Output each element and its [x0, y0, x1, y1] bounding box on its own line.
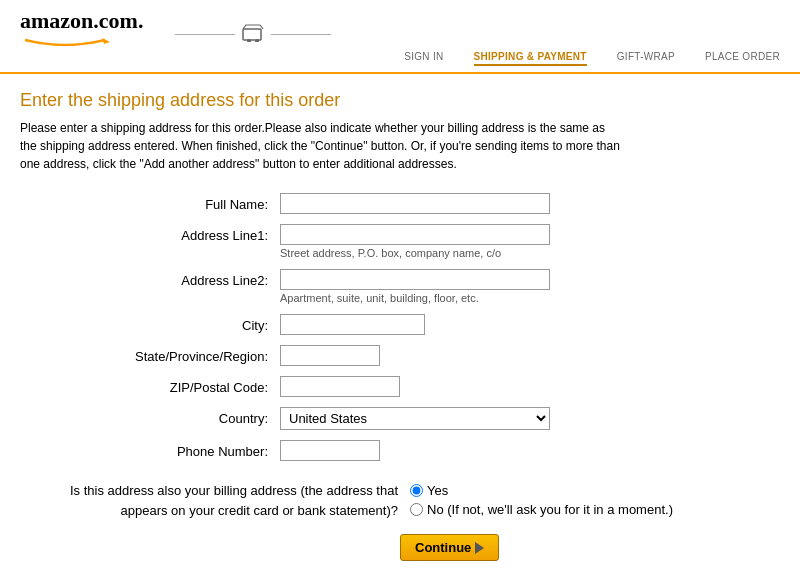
billing-question: Is this address also your billing addres… [40, 481, 410, 520]
logo-smile-icon [20, 38, 110, 46]
zip-field-group [280, 376, 400, 397]
cart-icon [241, 24, 265, 45]
nav-shipping[interactable]: SHIPPING & PAYMENT [474, 51, 587, 66]
phone-label: Phone Number: [60, 440, 280, 459]
city-field-group [280, 314, 425, 335]
address-line1-hint: Street address, P.O. box, company name, … [280, 247, 550, 259]
state-row: State/Province/Region: [60, 345, 780, 366]
country-select[interactable]: United States Canada United Kingdom Aust… [280, 407, 550, 430]
phone-input[interactable] [280, 440, 380, 461]
address-line2-label: Address Line2: [60, 269, 280, 288]
country-field-group: United States Canada United Kingdom Aust… [280, 407, 550, 430]
country-label: Country: [60, 407, 280, 426]
continue-button[interactable]: Continue [400, 534, 499, 561]
phone-row: Phone Number: [60, 440, 780, 461]
shipping-form: Full Name: Address Line1: Street address… [60, 193, 780, 461]
city-input[interactable] [280, 314, 425, 335]
nav-gift-wrap[interactable]: GIFT-WRAP [617, 51, 675, 66]
full-name-row: Full Name: [60, 193, 780, 214]
state-label: State/Province/Region: [60, 345, 280, 364]
billing-section: Is this address also your billing addres… [40, 481, 780, 520]
address-line1-input[interactable] [280, 224, 550, 245]
zip-row: ZIP/Postal Code: [60, 376, 780, 397]
address-line2-field-group: Apartment, suite, unit, building, floor,… [280, 269, 550, 304]
address-line2-input[interactable] [280, 269, 550, 290]
address-line1-label: Address Line1: [60, 224, 280, 243]
address-line2-hint: Apartment, suite, unit, building, floor,… [280, 292, 550, 304]
svg-rect-1 [243, 29, 261, 40]
nav-place-order[interactable]: PLACE ORDER [705, 51, 780, 66]
intro-text: Please enter a shipping address for this… [20, 119, 620, 173]
billing-options: Yes No (If not, we'll ask you for it in … [410, 481, 673, 517]
phone-field-group [280, 440, 380, 461]
billing-no-row: No (If not, we'll ask you for it in a mo… [410, 502, 673, 517]
play-icon [475, 542, 484, 554]
nav-sign-in[interactable]: SIGN IN [404, 51, 443, 66]
state-field-group [280, 345, 380, 366]
zip-input[interactable] [280, 376, 400, 397]
billing-yes-label[interactable]: Yes [427, 483, 448, 498]
amazon-logo: amazon.com. [20, 8, 143, 49]
address-line2-row: Address Line2: Apartment, suite, unit, b… [60, 269, 780, 304]
page-title: Enter the shipping address for this orde… [20, 90, 780, 111]
city-row: City: [60, 314, 780, 335]
continue-area: Continue [400, 534, 780, 561]
billing-no-radio[interactable] [410, 503, 423, 516]
full-name-field-group [280, 193, 550, 214]
step-divider-1 [175, 34, 235, 35]
zip-label: ZIP/Postal Code: [60, 376, 280, 395]
svg-marker-0 [102, 38, 110, 44]
billing-no-label[interactable]: No (If not, we'll ask you for it in a mo… [427, 502, 673, 517]
billing-yes-radio[interactable] [410, 484, 423, 497]
address-line1-row: Address Line1: Street address, P.O. box,… [60, 224, 780, 259]
state-input[interactable] [280, 345, 380, 366]
step-divider-2 [271, 34, 331, 35]
city-label: City: [60, 314, 280, 333]
nav-steps: SIGN IN SHIPPING & PAYMENT GIFT-WRAP PLA… [0, 49, 800, 74]
continue-button-label: Continue [415, 540, 471, 555]
country-row: Country: United States Canada United Kin… [60, 407, 780, 430]
billing-yes-row: Yes [410, 483, 673, 498]
address-line1-field-group: Street address, P.O. box, company name, … [280, 224, 550, 259]
full-name-input[interactable] [280, 193, 550, 214]
full-name-label: Full Name: [60, 193, 280, 212]
